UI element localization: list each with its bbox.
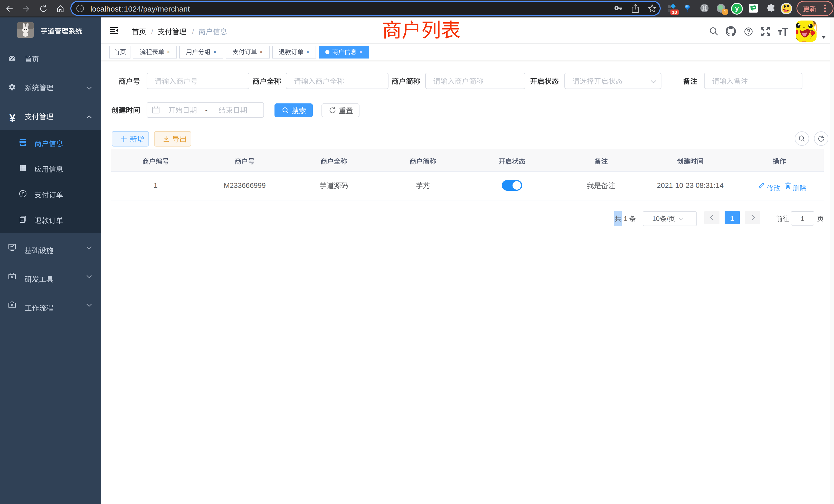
svg-text:y: y — [735, 5, 739, 12]
svg-text:1: 1 — [724, 9, 726, 14]
svg-text:10: 10 — [672, 10, 677, 15]
